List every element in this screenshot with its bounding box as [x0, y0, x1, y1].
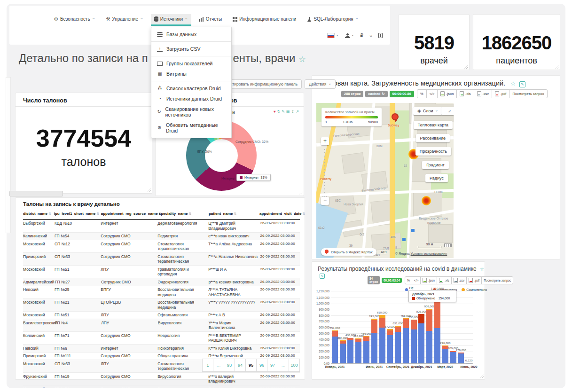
bar-1-s0[interactable]	[340, 344, 346, 363]
menu-item-1[interactable]: ↑Загрузить CSV	[151, 44, 231, 54]
bar-10-s1[interactable]	[411, 320, 417, 329]
export-button-3[interactable]: .xls	[456, 89, 474, 98]
bar-0-s2[interactable]	[332, 330, 338, 331]
resize-handle[interactable]	[299, 191, 303, 195]
bar-2-s1[interactable]	[347, 338, 353, 340]
export-button-4[interactable]: .csv	[451, 276, 467, 284]
bar-1-s1[interactable]	[340, 341, 346, 344]
page-button-94[interactable]: 94	[235, 359, 246, 372]
heart-icon[interactable]: ♥	[274, 110, 276, 114]
column-header-2[interactable]: appointment_reg_source_name⇅	[101, 210, 159, 218]
expand-icon[interactable]: ↔	[441, 107, 454, 115]
edit-icon[interactable]: ✎	[320, 274, 325, 279]
zoom-in-button[interactable]: +	[321, 137, 329, 145]
actions-button[interactable]: Действия⌄	[305, 79, 336, 89]
table-row[interactable]: МосковскийСП №12Сотрудник СМОСтоматологи…	[23, 240, 300, 253]
bar-12-s0[interactable]	[426, 331, 432, 363]
bar-10-s2[interactable]	[411, 320, 417, 320]
ruble-link[interactable]: ₽	[360, 33, 363, 38]
table-row[interactable]: МосковскийГП №21ЦТО/РЦЗВВосстановительна…	[23, 299, 300, 312]
resize-handle[interactable]	[147, 188, 151, 192]
menu-item-3[interactable]: ▦Витрины	[151, 69, 231, 79]
bar-9-s1[interactable]	[403, 319, 409, 328]
bar-7-s1[interactable]	[387, 330, 393, 335]
layer-option-2[interactable]: Прозрачность	[415, 147, 451, 156]
language-selector[interactable]: ⌄	[327, 33, 339, 38]
bar-16-s1[interactable]	[458, 353, 464, 353]
docs-link[interactable]	[378, 33, 383, 38]
table-row-partial[interactable]: МосковскийГП №51Сотрудник СМОВирусология…	[23, 385, 300, 388]
bar-14-s0[interactable]	[442, 349, 448, 363]
terms-link[interactable]: Условия использования	[411, 252, 447, 255]
table-row[interactable]: МосковскийГП №51ЛПУТравматология и ортоп…	[23, 266, 300, 278]
layer-option-3[interactable]: Градиент	[422, 161, 449, 169]
layer-option-1[interactable]: Рассеивание	[416, 134, 450, 142]
user-menu[interactable]: ⌄	[345, 33, 354, 38]
menu-item-0[interactable]: Базы данных	[151, 29, 231, 39]
column-header-1[interactable]: lpu_level1_short_name⇅	[54, 210, 101, 218]
menu-item-4[interactable]: ⁂Список кластеров Druid	[151, 83, 231, 94]
bar-17-s0[interactable]	[466, 363, 472, 363]
menu-item-5[interactable]: ◔Источники данных Druid	[151, 94, 231, 104]
bar-7-s0[interactable]	[387, 335, 393, 364]
bar-6-s2[interactable]	[379, 315, 385, 318]
export-button-2[interactable]: .json	[437, 89, 457, 98]
bar-4-s0[interactable]	[363, 341, 369, 363]
export-button-1[interactable]: </>	[412, 276, 421, 284]
nav-item-4[interactable]: Информационные панели	[229, 14, 299, 24]
menu-item-2[interactable]: Группы показателей	[151, 58, 231, 69]
resize-handle[interactable]	[480, 375, 484, 378]
grid-icon[interactable]: ▦	[286, 110, 290, 114]
download-icon[interactable]: ↧	[291, 110, 295, 114]
bar-15-s0[interactable]	[450, 352, 456, 363]
export-button-4[interactable]: .csv	[474, 89, 492, 98]
zoom-slider[interactable]	[324, 149, 325, 195]
menu-item-7[interactable]: ⚙Обновить метаданные Druid	[151, 120, 231, 136]
bar-8-s0[interactable]	[395, 332, 401, 364]
bar-4-s2[interactable]	[363, 336, 369, 337]
refresh-icon[interactable]: ↻	[277, 110, 281, 114]
nav-item-2[interactable]: Источники⌄	[151, 14, 191, 24]
table-row[interactable]: ВасилеостровскийГП №4ЛПУВирусологияУ***а…	[23, 319, 300, 332]
column-header-0[interactable]: district_name⇅	[23, 210, 54, 218]
table-row[interactable]: ВыборгскийКВД №10ИнтернетДерматовенероло…	[23, 220, 300, 233]
favorite-star-icon[interactable]: ☆	[299, 55, 306, 64]
edit-icon[interactable]: ✎	[282, 110, 285, 114]
table-row[interactable]: ПриморскийСП №33Сотрудник СМОСтоматологи…	[23, 253, 300, 266]
nav-item-5[interactable]: SQL-Лаборатория⌄	[304, 14, 361, 24]
table-row[interactable]: НевскийГП №25ЕПГУВосстановительная медиц…	[23, 286, 300, 299]
menu-item-6[interactable]: ↻Сканирование новых источников	[151, 104, 231, 120]
api-link[interactable]: API	[381, 250, 387, 254]
bar-12-s2[interactable]	[426, 309, 432, 309]
page-button-100[interactable]: 100	[289, 359, 300, 372]
bar-8-s2[interactable]	[395, 326, 401, 327]
bar-5-s0[interactable]	[371, 333, 377, 363]
nav-item-0[interactable]: ⚙Безопасность⌄	[51, 14, 98, 24]
bar-7-s2[interactable]	[387, 329, 393, 330]
export-button-6[interactable]: Посмотреть запрос	[481, 276, 513, 284]
yandex-map[interactable]: Гельсингфорсскаязп60МPubertyБеловодский …	[316, 103, 454, 258]
export-button-0[interactable]: %	[405, 276, 412, 284]
export-button-5[interactable]: .pdf	[492, 89, 510, 98]
page-button-1[interactable]: 1	[202, 359, 213, 372]
bar-11-s1[interactable]	[418, 314, 424, 323]
zoom-out-button[interactable]: −	[321, 197, 329, 205]
bar-1-s2[interactable]	[340, 340, 346, 341]
bar-5-s2[interactable]	[371, 319, 377, 320]
page-button-95[interactable]: 95	[245, 359, 257, 372]
sort-icon[interactable]: ⇅	[189, 212, 192, 215]
export-button-6[interactable]: Посмотреть запрос	[509, 89, 547, 98]
bar-4-s1[interactable]	[363, 337, 369, 341]
bar-2-s0[interactable]	[347, 340, 353, 363]
map-marker[interactable]	[392, 113, 399, 120]
bar-13-s0[interactable]	[434, 328, 440, 363]
table-row[interactable]: АдмиралтейскийГП №27Сотрудник СМОЭндокри…	[23, 278, 300, 286]
bar-3-s1[interactable]	[355, 338, 361, 341]
bar-8-s1[interactable]	[395, 327, 401, 332]
sort-icon[interactable]: ⇅	[48, 212, 51, 215]
bar-9-s0[interactable]	[403, 328, 409, 363]
bar-5-s1[interactable]	[371, 320, 377, 333]
column-header-3[interactable]: speciality_name⇅	[159, 210, 209, 218]
bar-3-s0[interactable]	[355, 342, 361, 364]
column-header-5[interactable]: appointment_visit_date⇅	[259, 210, 300, 218]
